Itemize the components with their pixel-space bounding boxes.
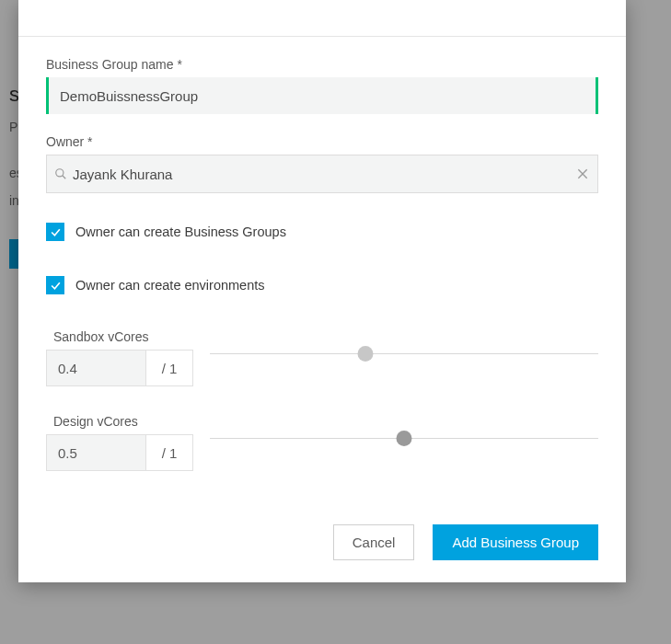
checkbox[interactable] bbox=[46, 223, 64, 241]
modal-header bbox=[18, 0, 626, 37]
checkbox-label: Owner can create Business Groups bbox=[75, 224, 286, 239]
business-group-name-label: Business Group name * bbox=[46, 57, 598, 72]
search-icon bbox=[54, 167, 67, 180]
design-vcores-input[interactable] bbox=[47, 435, 146, 470]
sandbox-vcores-label: Sandbox vCores bbox=[53, 329, 193, 344]
business-group-name-input[interactable] bbox=[49, 77, 596, 114]
design-vcores-max: / 1 bbox=[146, 435, 192, 470]
modal-footer: Cancel Add Business Group bbox=[18, 508, 626, 582]
slider-thumb[interactable] bbox=[357, 346, 373, 362]
checkbox-owner-create-environments[interactable]: Owner can create environments bbox=[46, 276, 598, 294]
checkbox-label: Owner can create environments bbox=[75, 278, 265, 293]
design-vcores-value-group: / 1 bbox=[46, 434, 193, 471]
owner-label: Owner * bbox=[46, 134, 598, 149]
owner-value: Jayank Khurana bbox=[73, 167, 575, 182]
check-icon bbox=[50, 226, 62, 238]
sandbox-vcores-value-group: / 1 bbox=[46, 350, 193, 386]
field-business-group-name: Business Group name * bbox=[46, 57, 598, 114]
design-vcores-section: Design vCores / 1 bbox=[46, 414, 598, 471]
slider-track bbox=[210, 353, 598, 354]
sandbox-vcores-section: Sandbox vCores / 1 bbox=[46, 329, 598, 386]
owner-input-wrap[interactable]: Jayank Khurana bbox=[46, 155, 598, 193]
field-owner: Owner * Jayank Khurana bbox=[46, 134, 598, 193]
checkbox-owner-create-groups[interactable]: Owner can create Business Groups bbox=[46, 223, 598, 241]
add-business-group-button[interactable]: Add Business Group bbox=[433, 524, 598, 560]
check-icon bbox=[50, 280, 62, 292]
modal-body: Business Group name * Owner * Jayank Khu… bbox=[18, 37, 626, 508]
sandbox-vcores-slider[interactable] bbox=[210, 342, 598, 379]
sandbox-vcores-input[interactable] bbox=[47, 351, 146, 385]
slider-thumb[interactable] bbox=[397, 431, 412, 446]
checkbox[interactable] bbox=[46, 276, 64, 294]
cancel-button[interactable]: Cancel bbox=[333, 524, 415, 560]
close-icon[interactable] bbox=[575, 167, 590, 181]
add-business-group-modal: Business Group name * Owner * Jayank Khu… bbox=[18, 0, 626, 582]
sandbox-vcores-max: / 1 bbox=[146, 351, 192, 385]
business-group-name-input-wrap bbox=[46, 77, 598, 114]
svg-line-1 bbox=[63, 176, 66, 179]
design-vcores-slider[interactable] bbox=[210, 427, 598, 464]
design-vcores-label: Design vCores bbox=[53, 414, 193, 429]
svg-point-0 bbox=[56, 169, 64, 177]
